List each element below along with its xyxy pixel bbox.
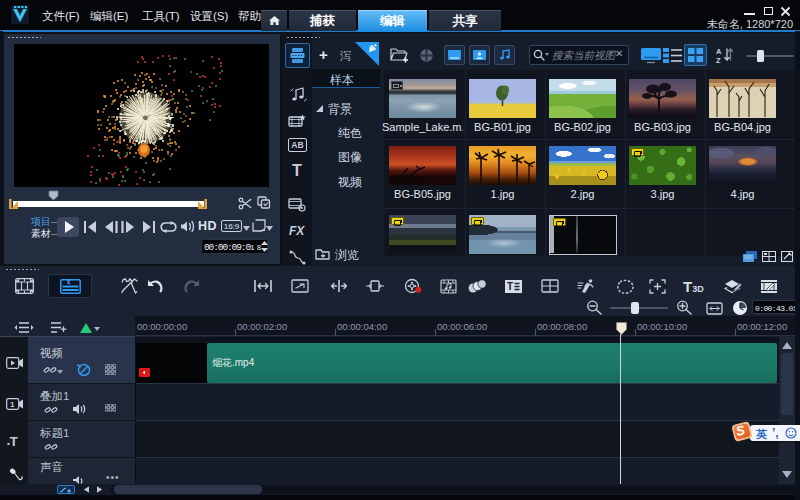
svg-text:Z: Z [716, 56, 721, 64]
svg-text:1: 1 [10, 400, 15, 409]
svg-text:T: T [507, 281, 513, 292]
